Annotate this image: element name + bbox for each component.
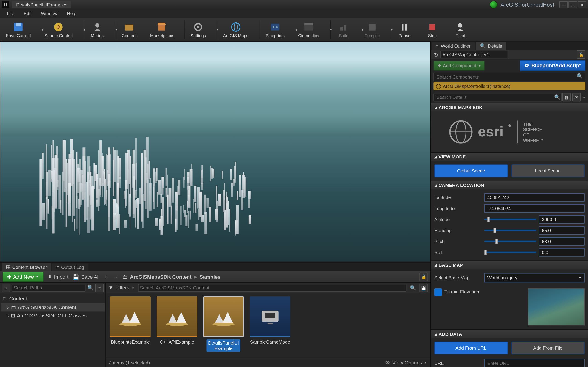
collapse-icon: ◢ — [434, 106, 437, 109]
bp-icon — [269, 21, 281, 33]
tab-output-log[interactable]: ≡ Output Log — [52, 263, 88, 271]
compile-icon — [366, 21, 378, 33]
save-search-button[interactable]: 💾 — [419, 284, 428, 292]
filters-button[interactable]: ▼ Filters ▼ — [108, 285, 134, 291]
lock-button[interactable]: 🔓 — [577, 50, 586, 59]
property-matrix-button[interactable]: ▦ — [562, 93, 571, 101]
latitude-input[interactable] — [484, 193, 585, 202]
svg-point-13 — [276, 26, 278, 27]
basemap-select[interactable]: World Imagery ▼ — [484, 273, 585, 283]
sources-toggle-button[interactable]: ↔ — [2, 284, 10, 292]
search-details-input[interactable] — [433, 93, 562, 101]
save-all-button[interactable]: 💾 Save All — [73, 274, 99, 280]
tab-world-outliner[interactable]: ≡ World Outliner — [432, 42, 475, 50]
section-add-data[interactable]: ◢ ADD DATA — [431, 330, 588, 338]
menubar: FileEditWindowHelp — [0, 9, 588, 18]
svg-rect-17 — [344, 25, 346, 30]
altitude-slider[interactable] — [484, 219, 536, 220]
terrain-elevation-checkbox[interactable] — [434, 288, 442, 296]
settings-button[interactable]: Settings — [186, 18, 210, 40]
asset-item[interactable]: BlueprintsExample — [109, 296, 152, 345]
asset-item[interactable]: SampleGameMode — [249, 296, 291, 345]
folder-icon: 🗀 — [122, 274, 128, 280]
heading-slider[interactable] — [484, 230, 536, 231]
asset-item[interactable]: DetailsPanelUI Example — [202, 296, 245, 352]
add-from-url-button[interactable]: Add From URL — [434, 342, 508, 354]
tab-content-browser[interactable]: ▦ Content Browser — [2, 263, 51, 271]
maximize-button[interactable]: ▢ — [569, 1, 577, 8]
tree-item-content[interactable]: 🗀 Content — [1, 295, 105, 303]
roll-slider[interactable] — [484, 252, 536, 253]
modes-button[interactable]: Modes — [86, 18, 109, 40]
save-current-button[interactable]: Save Current — [2, 18, 35, 40]
pitch-slider[interactable] — [484, 241, 536, 242]
nav-fwd-button[interactable]: → — [113, 274, 118, 280]
details-icon: 🔍 — [480, 43, 486, 49]
tab-details[interactable]: 🔍 Details — [476, 42, 506, 50]
heading-value[interactable] — [539, 226, 585, 235]
minimize-button[interactable]: ─ — [559, 1, 568, 8]
longitude-input[interactable] — [484, 204, 585, 213]
tree-item-sdk-content[interactable]: ▷ 🗀 ArcGISMapsSDK Content — [1, 303, 105, 311]
svg-text:⊘: ⊘ — [57, 24, 61, 30]
search-paths-input[interactable] — [12, 284, 86, 292]
add-component-button[interactable]: ✚ Add Component ▼ — [433, 60, 485, 70]
tool-label: Save Current — [6, 33, 31, 38]
actor-name-input[interactable] — [440, 51, 508, 58]
menu-help[interactable]: Help — [62, 10, 81, 17]
nav-back-button[interactable]: ← — [104, 274, 109, 280]
close-button[interactable]: ✕ — [578, 1, 586, 8]
viewport-3d[interactable] — [0, 42, 431, 262]
tool-label: Stop — [428, 33, 437, 38]
local-scene-button[interactable]: Local Scene — [511, 165, 585, 177]
global-scene-button[interactable]: Global Scene — [434, 165, 508, 177]
lock-button[interactable]: 🔓 — [419, 273, 428, 281]
asset-item[interactable]: C++APIExample — [156, 296, 198, 345]
breadcrumb-item[interactable]: Samples — [199, 274, 221, 280]
component-item[interactable]: ◯ ArcGISMapController1(Instance) — [433, 82, 586, 90]
cinematics-button[interactable]: Cinematics — [294, 18, 323, 40]
settings-icon — [192, 21, 204, 33]
url-input[interactable] — [484, 359, 585, 367]
eject-button[interactable]: Eject — [449, 18, 472, 40]
search-assets-input[interactable] — [138, 284, 406, 292]
content-button[interactable]: Content — [118, 18, 141, 40]
collapse-button[interactable]: ≡ — [95, 284, 104, 292]
section-view-mode[interactable]: ◢ VIEW MODE — [431, 152, 588, 161]
pause-button[interactable]: Pause — [393, 18, 416, 40]
document-tab[interactable]: DetailsPanelUIExample* — [12, 1, 71, 8]
section-camera-location[interactable]: ◢ CAMERA LOCATION — [431, 181, 588, 190]
section-arcgis-sdk[interactable]: ◢ ARCGIS MAPS SDK — [431, 103, 588, 112]
visibility-button[interactable]: 👁 — [572, 93, 581, 101]
tree-item-sdk-cpp[interactable]: ▷ ⊡ ArcGISMapsSDK C++ Classes — [1, 311, 105, 320]
breadcrumb-item[interactable]: ArcGISMapsSDK Content — [130, 274, 191, 280]
stop-button[interactable]: Stop — [421, 18, 444, 40]
pitch-value[interactable] — [539, 237, 585, 246]
status-text: 4 items (1 selected) — [109, 360, 150, 365]
altitude-value[interactable] — [539, 215, 585, 224]
import-button[interactable]: ⬇ Import — [48, 274, 69, 280]
svg-point-22 — [458, 23, 462, 27]
svg-rect-33 — [265, 313, 275, 318]
menu-file[interactable]: File — [2, 10, 19, 17]
roll-value[interactable] — [539, 248, 585, 257]
section-base-map[interactable]: ◢ BASE MAP — [431, 261, 588, 269]
blueprints-button[interactable]: Blueprints — [262, 18, 289, 40]
menu-window[interactable]: Window — [37, 10, 62, 17]
svg-rect-1 — [16, 23, 21, 26]
add-new-button[interactable]: ✚ Add New ▼ — [2, 272, 43, 282]
pitch-label: Pitch — [434, 239, 482, 244]
eye-icon: 👁 — [385, 360, 390, 366]
gear-icon: ✿ — [525, 63, 529, 69]
svg-point-8 — [197, 26, 199, 28]
marketplace-button[interactable]: Marketplace — [146, 18, 177, 40]
source-control-button[interactable]: ⊘Source Control — [40, 18, 77, 40]
blueprint-add-script-button[interactable]: ✿ Blueprint/Add Script — [520, 60, 586, 71]
menu-edit[interactable]: Edit — [19, 10, 36, 17]
add-from-file-button[interactable]: Add From File — [511, 342, 585, 354]
view-options-button[interactable]: 👁 View Options ▼ — [385, 360, 427, 366]
arcgis-maps-button[interactable]: ArcGIS Maps — [219, 18, 252, 40]
tree-label: ArcGISMapsSDK C++ Classes — [17, 313, 87, 319]
status-orb-icon[interactable] — [490, 1, 497, 8]
search-components-input[interactable] — [433, 73, 586, 81]
